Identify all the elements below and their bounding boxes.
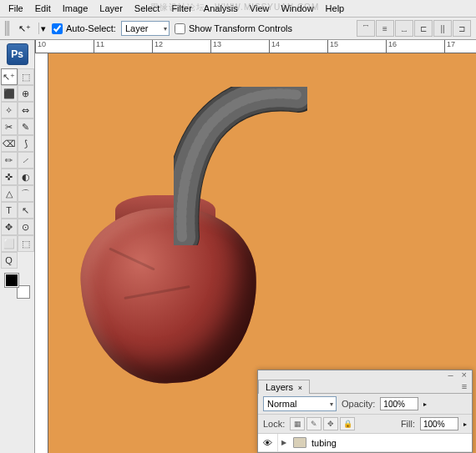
show-transform-checkbox[interactable]: Show Transform Controls — [175, 23, 292, 34]
shape-tool[interactable]: ✥ — [1, 219, 18, 235]
auto-select-mode-dropdown[interactable]: Layer ▾ — [121, 21, 170, 36]
blend-mode-value: Normal — [267, 399, 296, 409]
clone-stamp-tool[interactable]: ⟋ — [18, 152, 34, 169]
crop-tool[interactable]: ⇔ — [18, 102, 34, 118]
layer-row[interactable]: 👁 ▶ tubing — [258, 434, 472, 452]
smudge-tool[interactable]: ✜ — [1, 169, 18, 185]
hand-tool[interactable]: ⬜ — [1, 235, 18, 252]
align-buttons: ⎴ ≡ ⎵ ⊏ || ⊐ — [357, 20, 471, 37]
lasso-tool[interactable]: ⬛ — [1, 85, 18, 102]
menu-help[interactable]: Help — [321, 2, 350, 15]
ruler-tick: 14 — [269, 40, 280, 53]
chevron-down-icon: ▾ — [330, 400, 333, 408]
group-toggle-icon[interactable]: ▶ — [278, 439, 290, 446]
fill-flyout-icon[interactable]: ▸ — [463, 420, 467, 428]
layer-name[interactable]: tubing — [310, 438, 337, 448]
options-bar: ↖⁺ ▾ Auto-Select: Layer ▾ Show Transform… — [0, 17, 476, 40]
layers-tab-label: Layers — [266, 382, 293, 392]
auto-select-input[interactable] — [52, 23, 63, 34]
panel-minimize-icon[interactable]: – — [448, 370, 453, 380]
type-tool[interactable]: T — [1, 202, 18, 219]
menu-layer[interactable]: Layer — [94, 2, 128, 15]
magic-wand-tool[interactable]: ✧ — [1, 102, 18, 118]
lock-transparent-icon[interactable]: ▦ — [290, 417, 305, 430]
ruler-tick: 17 — [444, 40, 455, 53]
lock-position-icon[interactable]: ✥ — [323, 417, 338, 430]
vertical-ruler[interactable] — [35, 53, 48, 453]
eraser-tool[interactable]: ⌫ — [1, 135, 18, 152]
align-right-icon[interactable]: ⊐ — [453, 20, 471, 37]
ruler-tick: 16 — [386, 40, 397, 53]
chevron-down-icon: ▾ — [164, 25, 167, 33]
direct-select-tool[interactable]: ↖ — [18, 202, 34, 219]
auto-select-label: Auto-Select: — [66, 23, 116, 33]
notes-tool[interactable]: ⬚ — [18, 235, 34, 252]
opacity-flyout-icon[interactable]: ▸ — [423, 400, 427, 408]
menu-image[interactable]: Image — [58, 2, 94, 15]
layers-tab[interactable]: Layers × — [258, 380, 310, 394]
ruler-tick: 10 — [35, 40, 46, 53]
grip-icon[interactable] — [5, 21, 10, 36]
marquee-tool[interactable]: ⬚ — [18, 68, 34, 85]
quickmask-tool[interactable]: Q — [1, 252, 18, 269]
healing-brush-tool[interactable]: ✎ — [18, 118, 34, 135]
photoshop-logo-icon[interactable]: Ps — [7, 43, 28, 65]
fill-label: Fill: — [401, 419, 415, 429]
visibility-eye-icon[interactable]: 👁 — [258, 434, 278, 451]
opacity-label: Opacity: — [342, 399, 375, 409]
menu-edit[interactable]: Edit — [30, 2, 56, 15]
brush-tool[interactable]: ⟆ — [18, 135, 34, 152]
menu-file[interactable]: File — [3, 2, 28, 15]
blend-mode-dropdown[interactable]: Normal ▾ — [263, 396, 337, 411]
zoom-tool[interactable]: ⊙ — [18, 219, 34, 235]
lock-all-icon[interactable]: 🔒 — [340, 417, 355, 430]
lock-image-icon[interactable]: ✎ — [306, 417, 322, 430]
foreground-swatch[interactable] — [5, 274, 18, 287]
layers-panel[interactable]: – × Layers × ≡ Normal ▾ Opacity: 100% ▸ … — [257, 370, 473, 453]
align-top-icon[interactable]: ⎴ — [357, 20, 375, 37]
ruler-tick: 13 — [210, 40, 221, 53]
path-select-tool[interactable]: ⌒ — [18, 185, 34, 202]
show-transform-input[interactable] — [175, 23, 185, 34]
tool-preset-arrow[interactable]: ▾ — [38, 23, 47, 34]
quick-select-tool[interactable]: ⊕ — [18, 85, 34, 102]
align-vcenter-icon[interactable]: ≡ — [376, 20, 394, 37]
align-hcenter-icon[interactable]: || — [433, 20, 452, 37]
lock-label: Lock: — [263, 419, 285, 429]
toolbox: ↖⁺ ⬚ ⬛ ⊕ ✧ ⇔ ✂ ✎ ⌫ ⟆ ✏ ⟋ ✜ ◐ △ ⌒ T ↖ ✥ ⊙… — [1, 68, 34, 269]
fill-input[interactable]: 100% — [420, 417, 458, 430]
move-tool[interactable]: ↖⁺ — [1, 68, 18, 85]
ruler-tick: 11 — [94, 40, 104, 53]
pencil-tool[interactable]: ✏ — [1, 152, 18, 169]
ruler-tick: 15 — [327, 40, 338, 53]
move-tool-icon: ↖⁺ — [15, 21, 33, 36]
auto-select-mode-value: Layer — [125, 23, 149, 33]
horizontal-ruler[interactable]: 10 11 12 13 14 15 16 17 — [35, 40, 476, 53]
folder-icon — [293, 437, 306, 448]
align-left-icon[interactable]: ⊏ — [414, 20, 433, 37]
opacity-input[interactable]: 100% — [380, 397, 418, 410]
align-bottom-icon[interactable]: ⎵ — [395, 20, 413, 37]
ruler-tick: 12 — [152, 40, 163, 53]
tubing-artwork — [174, 87, 307, 245]
left-rail: Ps ↖⁺ ⬚ ⬛ ⊕ ✧ ⇔ ✂ ✎ ⌫ ⟆ ✏ ⟋ ✜ ◐ △ ⌒ T ↖ … — [0, 40, 35, 453]
tab-close-icon[interactable]: × — [298, 384, 302, 392]
auto-select-checkbox[interactable]: Auto-Select: — [52, 23, 116, 34]
background-swatch[interactable] — [17, 285, 30, 299]
color-swatches[interactable] — [5, 274, 30, 299]
dodge-tool[interactable]: ◐ — [18, 169, 34, 185]
panel-menu-icon[interactable]: ≡ — [457, 379, 472, 393]
pen-tool[interactable]: △ — [1, 185, 18, 202]
watermark: 思缘设计论坛 · WWW.MISSYUAN.COM — [150, 2, 319, 13]
slice-tool[interactable]: ✂ — [1, 118, 18, 135]
show-transform-label: Show Transform Controls — [189, 23, 292, 33]
